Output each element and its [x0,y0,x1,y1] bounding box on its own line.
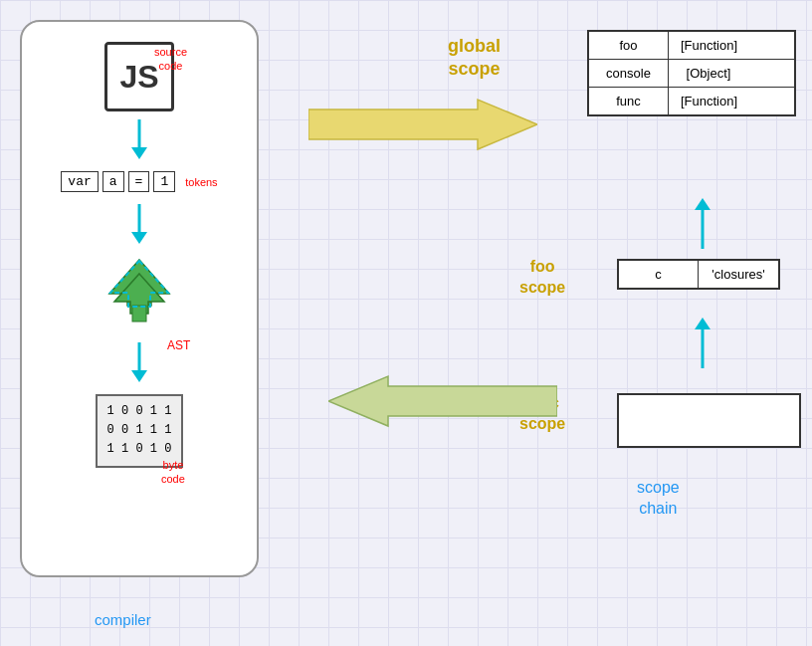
global-scope-label: globalscope [448,35,501,82]
svg-marker-16 [328,376,557,426]
bytecode-line-3: 1 1 0 1 0 [107,440,172,459]
global-row-func: func [Function] [589,88,794,114]
foo-scope-label: fooscope [519,257,565,299]
compiler-panel: JS var a = 1 tokens [20,20,259,577]
tokens-row: var a = 1 tokens [61,171,217,192]
ast-label: AST [167,338,190,352]
global-scope-table: foo [Function] console [Object] func [Fu… [587,30,796,116]
svg-marker-1 [131,147,147,159]
foo-key-c: c [619,261,699,288]
ast-tree-icon [104,256,174,325]
svg-marker-9 [131,370,147,382]
global-key-func: func [589,88,669,114]
token-equals: = [128,171,150,192]
bytecode-label: bytecode [161,458,185,487]
global-val-foo: [Function] [669,32,749,59]
cyan-arrow-func-to-foo [691,314,714,378]
source-code-label: sourcecode [154,45,187,74]
arrow-ast-to-bytecode [127,342,151,382]
arrow-tokens-to-ast [127,204,151,244]
svg-marker-15 [695,318,710,329]
js-logo-text: JS [119,59,158,96]
yellow-arrow [308,95,537,159]
token-1: 1 [153,171,175,192]
svg-marker-3 [131,232,147,244]
bytecode-line-1: 1 0 0 1 1 [107,402,172,421]
svg-marker-10 [308,100,537,149]
foo-val-c: 'closures' [699,261,778,288]
svg-marker-13 [695,198,710,210]
global-row-foo: foo [Function] [589,32,794,60]
main-container: JS var a = 1 tokens [0,0,812,646]
svg-rect-6 [132,306,146,322]
global-row-console: console [Object] [589,60,794,88]
arrow-js-to-tokens [127,119,151,159]
token-a: a [102,171,124,192]
foo-row-c: c 'closures' [619,261,778,288]
global-key-console: console [589,60,669,87]
global-val-func: [Function] [669,88,749,114]
compiler-title: compiler [95,611,151,628]
bytecode-box: 1 0 0 1 1 0 0 1 1 1 1 1 0 1 0 [96,394,184,468]
tokens-label: tokens [185,176,217,188]
ast-icon-container [104,256,174,330]
global-key-foo: foo [589,32,669,59]
scope-chain-label: scopechain [637,478,680,520]
func-scope-table [617,393,801,448]
green-arrow [328,371,557,436]
cyan-arrow-foo-to-global [691,194,714,259]
foo-scope-table: c 'closures' [617,259,780,290]
global-val-console: [Object] [669,60,748,87]
token-var: var [61,171,98,192]
bytecode-line-2: 0 0 1 1 1 [107,421,172,440]
